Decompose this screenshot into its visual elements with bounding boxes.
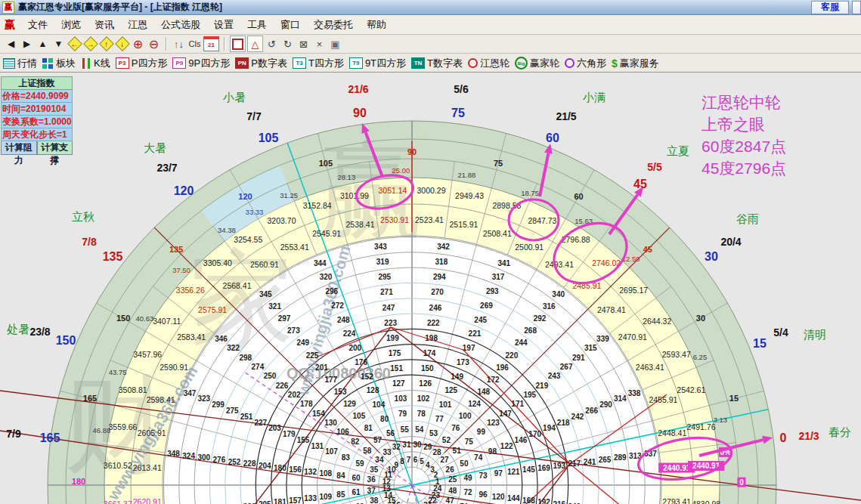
draw-triangle-icon[interactable]: △ — [247, 36, 263, 52]
svg-text:3: 3 — [430, 465, 435, 474]
svg-text:222: 222 — [427, 319, 440, 327]
svg-text:316: 316 — [543, 302, 556, 311]
svg-text:145: 145 — [522, 465, 535, 474]
svg-text:21/3: 21/3 — [798, 430, 819, 442]
menu-item-1[interactable]: 浏览 — [54, 17, 88, 33]
calendar-icon[interactable]: 21 — [203, 36, 219, 51]
svg-text:101: 101 — [439, 400, 452, 409]
pan-left-icon[interactable]: ← — [67, 36, 82, 51]
view-toolbar: 行情板块K线P3P四方形P99P四方形PNP数字表T3T四方形T99T四方形TN… — [0, 54, 861, 73]
menu-item-3[interactable]: 江恩 — [121, 17, 154, 33]
svg-text:348: 348 — [167, 450, 180, 458]
svg-text:34: 34 — [375, 456, 384, 464]
board-icon[interactable]: ▣ — [328, 36, 342, 51]
nav-prev-icon[interactable]: ◀ — [4, 36, 18, 51]
view-9t-square[interactable]: T99T四方形 — [349, 57, 406, 70]
svg-text:3203.70: 3203.70 — [268, 216, 296, 225]
view-winner-wheel[interactable]: Big赢家轮 — [515, 57, 559, 70]
view-t-square[interactable]: T3T四方形 — [293, 57, 344, 70]
view-winner-service[interactable]: $赢家服务 — [612, 57, 659, 70]
view-quotes[interactable]: 行情 — [3, 57, 37, 70]
menu-item-4[interactable]: 公式选股 — [154, 17, 207, 33]
svg-text:76: 76 — [451, 424, 460, 432]
menu-item-2[interactable]: 资讯 — [88, 17, 121, 33]
view-p-square[interactable]: P3P四方形 — [116, 57, 168, 70]
view-p-table[interactable]: PNP数字表 — [235, 57, 287, 70]
svg-text:小满: 小满 — [582, 91, 605, 104]
rotate-down-icon[interactable]: ▼ — [51, 36, 66, 51]
svg-text:春分: 春分 — [828, 425, 851, 438]
svg-text:2847.73: 2847.73 — [528, 216, 557, 225]
svg-text:176: 176 — [355, 358, 367, 366]
app-logo-icon: 赢 — [2, 2, 14, 14]
view-t-table[interactable]: TNT数字表 — [411, 57, 463, 70]
svg-text:45: 45 — [633, 178, 647, 190]
rotate-ccw-icon[interactable]: ↺ — [265, 36, 279, 51]
clear-x-icon[interactable]: × — [312, 36, 327, 51]
svg-text:73: 73 — [479, 472, 488, 480]
square-shape — [232, 39, 243, 50]
svg-text:85: 85 — [336, 490, 345, 499]
svg-text:150: 150 — [116, 314, 130, 323]
view-label: T四方形 — [308, 57, 344, 70]
titlebar-partial-button[interactable] — [852, 1, 861, 14]
svg-text:290: 290 — [599, 400, 612, 409]
pan-down-icon[interactable]: ↓ — [115, 36, 129, 51]
svg-text:198: 198 — [425, 334, 438, 342]
menu-item-8[interactable]: 交易委托 — [307, 17, 360, 33]
svg-text:224: 224 — [343, 329, 356, 338]
menu-item-7[interactable]: 窗口 — [274, 17, 307, 33]
annotation-line-3: 45度2796点 — [701, 157, 786, 179]
zoom-in-icon[interactable]: ⊕ — [131, 36, 145, 51]
menu-item-0[interactable]: 文件 — [21, 17, 54, 33]
view-label: 赢家轮 — [530, 57, 559, 70]
svg-text:31: 31 — [402, 441, 411, 449]
coef-row: 变换系数=1.00000 — [1, 116, 73, 128]
svg-text:33.33: 33.33 — [246, 208, 264, 216]
pan-right-icon[interactable]: → — [83, 36, 98, 51]
svg-text:3051.14: 3051.14 — [379, 186, 407, 195]
svg-text:220: 220 — [506, 351, 519, 360]
svg-text:248: 248 — [337, 316, 350, 324]
arrow-glyph: ← — [71, 40, 79, 48]
svg-text:297: 297 — [278, 314, 291, 323]
svg-text:150: 150 — [421, 364, 434, 373]
svg-text:293: 293 — [486, 287, 499, 295]
annotation-line-0: 江恩轮中轮 — [701, 91, 786, 113]
pan-up-icon[interactable]: ↑ — [99, 36, 113, 51]
view-9p-square[interactable]: P99P四方形 — [172, 57, 230, 70]
boxed-x-icon[interactable]: ⊠ — [296, 36, 311, 51]
svg-text:6: 6 — [413, 456, 418, 464]
svg-text:266: 266 — [585, 407, 598, 415]
rotate-up-icon[interactable]: ▲ — [36, 36, 50, 51]
svg-text:78: 78 — [417, 410, 426, 418]
calc-resistance-button[interactable]: 计算阻力 — [1, 141, 37, 155]
svg-text:205: 205 — [259, 500, 271, 504]
menu-item-5[interactable]: 设置 — [207, 17, 240, 33]
svg-text:25: 25 — [448, 475, 457, 484]
main-toolbar: ◀▶▲▼←→↑↓⊕⊖↑↓Cls21△↺↻⊠×▣ — [0, 35, 861, 54]
cls-button[interactable]: Cls — [187, 36, 202, 51]
zoom-out-icon[interactable]: ⊖ — [147, 36, 161, 51]
svg-text:200: 200 — [348, 344, 361, 352]
svg-text:16: 16 — [392, 501, 401, 504]
svg-text:100: 100 — [459, 412, 472, 420]
svg-text:165: 165 — [83, 394, 97, 403]
customer-service-button[interactable]: 客服 — [811, 1, 849, 14]
draw-square-icon[interactable] — [230, 36, 246, 52]
title-bar: 赢 赢家江恩专业版[赢家服务平台] - [上证指数 江恩轮] 客服 — [0, 0, 861, 15]
box-icon: P9 — [172, 57, 186, 69]
svg-text:2746.02: 2746.02 — [592, 258, 621, 267]
svg-text:31.25: 31.25 — [280, 191, 298, 199]
view-label: 江恩轮 — [480, 57, 509, 70]
view-sectors[interactable]: 板块 — [42, 57, 76, 70]
view-hexagon[interactable]: 六角形 — [565, 57, 606, 70]
rotate-cw-icon[interactable]: ↻ — [280, 36, 295, 51]
calc-support-button[interactable]: 计算支撑 — [37, 141, 73, 155]
view-kline[interactable]: K线 — [81, 57, 110, 70]
menu-item-9[interactable]: 帮助 — [360, 17, 393, 33]
view-gann-wheel[interactable]: 江恩轮 — [468, 57, 509, 70]
nav-next-icon[interactable]: ▶ — [20, 36, 34, 51]
updown-arrows-icon[interactable]: ↑↓ — [172, 36, 186, 51]
menu-item-6[interactable]: 工具 — [240, 17, 274, 33]
